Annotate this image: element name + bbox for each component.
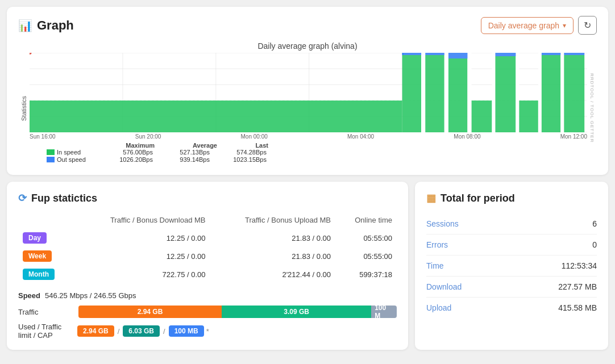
row-week-online: 05:55:00 bbox=[335, 247, 397, 265]
svg-rect-28 bbox=[402, 53, 421, 55]
row-month-upload: 2'212.44 / 0.00 bbox=[210, 265, 336, 283]
traffic-bar-green: 3.09 GB bbox=[222, 306, 371, 318]
graph-type-dropdown[interactable]: Daily average graph ▾ bbox=[481, 17, 574, 34]
time-label: Time bbox=[426, 261, 444, 270]
in-speed-swatch bbox=[47, 149, 55, 155]
svg-rect-25 bbox=[560, 53, 564, 132]
x-label-4: Mon 08:00 bbox=[454, 133, 480, 140]
traffic-label: Traffic bbox=[18, 308, 75, 316]
fup-table-header: Traffic / Bonus Download MB Traffic / Bo… bbox=[18, 214, 397, 229]
fup-icon: ⟳ bbox=[18, 192, 27, 204]
chart-svg: 1.0 k 0.8 k 0.6 k 0.4 k 0.2 k 0.0 bbox=[30, 53, 587, 132]
x-label-5: Mon 12:00 bbox=[560, 133, 587, 140]
total-icon: ▦ bbox=[426, 192, 436, 204]
sessions-value: 6 bbox=[592, 219, 597, 228]
total-row-upload: Upload 415.58 MB bbox=[426, 298, 597, 318]
table-row: Day 12.25 / 0.00 21.83 / 0.00 05:55:00 bbox=[18, 229, 397, 247]
legend-header-last: Last bbox=[217, 142, 268, 149]
header-card: 📊 Graph Daily average graph ▾ ↻ Daily av… bbox=[7, 7, 608, 175]
x-label-1: Sun 20:00 bbox=[135, 133, 161, 140]
download-label: Download bbox=[426, 282, 462, 291]
in-speed-label: In speed bbox=[57, 149, 97, 156]
in-speed-last-unit: Bps bbox=[256, 149, 273, 156]
bottom-section: ⟳ Fup statictics Traffic / Bonus Downloa… bbox=[7, 182, 608, 350]
dropdown-label: Daily average graph bbox=[488, 21, 559, 30]
in-speed-max: 576.00 bbox=[97, 149, 142, 156]
row-day-badge: Day bbox=[18, 229, 72, 247]
asterisk: * bbox=[206, 327, 209, 336]
svg-rect-16 bbox=[448, 58, 467, 132]
traffic-bar: 2.94 GB 3.09 GB 100 M bbox=[78, 306, 397, 318]
header-left: 📊 Graph bbox=[18, 18, 74, 33]
graph-container: Daily average graph (alvina) Statistics bbox=[18, 41, 597, 164]
used-badge-1: 2.94 GB bbox=[77, 325, 114, 337]
legend-row-out: Out speed 1026.20 Bps 939.14 Bps 1023.15… bbox=[47, 156, 587, 163]
svg-rect-15 bbox=[444, 53, 448, 132]
in-speed-avg: 527.13 bbox=[159, 149, 199, 156]
out-speed-avg: 939.14 bbox=[159, 156, 199, 163]
graph-wrap: Statistics bbox=[18, 53, 597, 164]
y-axis-label: Statistics bbox=[18, 53, 30, 164]
used-badge-2: 6.03 GB bbox=[123, 325, 160, 337]
svg-rect-26 bbox=[564, 55, 584, 132]
svg-rect-29 bbox=[425, 53, 444, 55]
traffic-bar-gray: 100 M bbox=[371, 306, 397, 318]
graph-title: Daily average graph (alvina) bbox=[18, 41, 597, 51]
svg-rect-20 bbox=[495, 56, 516, 132]
col-online: Online time bbox=[335, 214, 397, 229]
refresh-button[interactable]: ↻ bbox=[578, 16, 597, 35]
chart-area: 1.0 k 0.8 k 0.6 k 0.4 k 0.2 k 0.0 Sun 16… bbox=[30, 53, 587, 164]
used-badge-3: 100 MB bbox=[169, 325, 204, 337]
row-week-badge: Week bbox=[18, 247, 72, 265]
svg-rect-30 bbox=[448, 53, 467, 58]
out-speed-max-unit: Bps bbox=[142, 156, 159, 163]
speed-label: Speed bbox=[18, 291, 40, 300]
sessions-label: Sessions bbox=[426, 219, 459, 228]
chevron-down-icon: ▾ bbox=[563, 22, 566, 30]
total-row-time: Time 112:53:34 bbox=[426, 256, 597, 277]
out-speed-avg-unit: Bps bbox=[199, 156, 216, 163]
col-badge bbox=[18, 214, 72, 229]
x-label-2: Mon 00:00 bbox=[241, 133, 268, 140]
side-label: RRDTOOL / TOOL GETTER bbox=[587, 53, 597, 164]
row-month-online: 599:37:18 bbox=[335, 265, 397, 283]
used-row: Used / Traffic limit / CAP 2.94 GB / 6.0… bbox=[18, 323, 397, 340]
page-title: Graph bbox=[37, 18, 74, 33]
row-day-online: 05:55:00 bbox=[335, 229, 397, 247]
svg-rect-33 bbox=[564, 53, 584, 55]
legend: Maximum Average Last In speed 576.00 Bps… bbox=[30, 142, 587, 163]
in-speed-last: 574.28 bbox=[216, 149, 256, 156]
row-day-download: 12.25 / 0.00 bbox=[72, 229, 210, 247]
time-value: 112:53:34 bbox=[562, 261, 597, 270]
errors-label: Errors bbox=[426, 240, 448, 249]
used-label: Used / Traffic limit / CAP bbox=[18, 323, 75, 340]
row-week-download: 12.25 / 0.00 bbox=[72, 247, 210, 265]
svg-rect-22 bbox=[519, 101, 538, 132]
x-label-3: Mon 04:00 bbox=[347, 133, 374, 140]
total-row-sessions: Sessions 6 bbox=[426, 214, 597, 235]
out-speed-max: 1026.20 bbox=[97, 156, 142, 163]
total-card: ▦ Total for period Sessions 6 Errors 0 T… bbox=[415, 182, 608, 350]
out-speed-last: 1023.15 bbox=[216, 156, 256, 163]
svg-rect-24 bbox=[542, 55, 560, 132]
graph-icon: 📊 bbox=[18, 19, 32, 32]
errors-value: 0 bbox=[592, 240, 597, 249]
legend-row-in: In speed 576.00 Bps 527.13 Bps 574.28 Bp… bbox=[47, 149, 587, 156]
traffic-bar-orange: 2.94 GB bbox=[78, 306, 222, 318]
col-upload: Traffic / Bonus Upload MB bbox=[210, 214, 336, 229]
col-download: Traffic / Bonus Download MB bbox=[72, 214, 210, 229]
in-speed-avg-unit: Bps bbox=[199, 149, 216, 156]
total-row-download: Download 227.57 MB bbox=[426, 277, 597, 298]
upload-label: Upload bbox=[426, 303, 451, 312]
refresh-icon: ↻ bbox=[584, 20, 591, 31]
upload-value: 415.58 MB bbox=[558, 303, 597, 312]
svg-rect-17 bbox=[467, 53, 471, 132]
traffic-row: Traffic 2.94 GB 3.09 GB 100 M bbox=[18, 306, 397, 318]
out-speed-last-unit: Bps bbox=[256, 156, 273, 163]
speed-value: 546.25 Mbps / 246.55 Gbps bbox=[45, 291, 136, 300]
out-speed-swatch bbox=[47, 157, 55, 162]
slash-1: / bbox=[118, 327, 120, 336]
svg-rect-13 bbox=[421, 53, 425, 132]
in-speed-max-unit: Bps bbox=[142, 149, 159, 156]
legend-header-avg: Average bbox=[155, 142, 217, 149]
